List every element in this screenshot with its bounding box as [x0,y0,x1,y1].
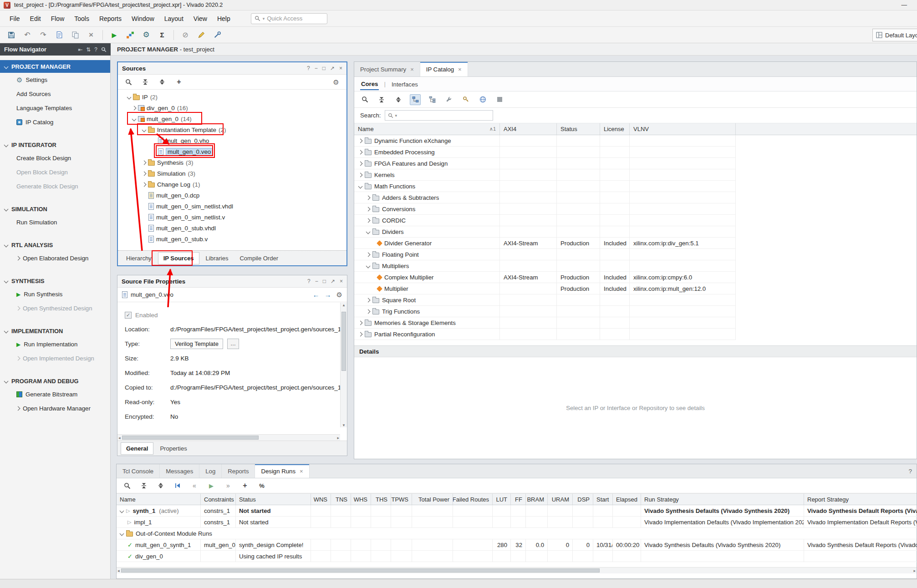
expander-icon[interactable] [142,127,147,132]
group-by-category-button[interactable] [410,94,421,105]
default-layout-dropdown[interactable]: Default Layout [872,29,917,41]
expander-icon[interactable] [358,332,363,336]
close-icon[interactable]: × [458,66,462,73]
flownav-item-generate-bitstream[interactable]: Generate Bitstream [0,387,110,401]
column-header-dsp[interactable]: DSP [573,494,593,505]
catalog-row-fpga-features-and-design[interactable]: FPGA Features and Design [354,158,917,169]
settings-button[interactable]: ⚙ [140,29,152,41]
sources-panel-titlebar[interactable]: Sources ? − □ ↗ × [118,62,346,75]
flownav-section-implementation[interactable]: IMPLEMENTATION [0,324,110,337]
tree-item-change-log[interactable]: Change Log(1) [118,179,346,190]
run-row-impl-1[interactable]: ▷impl_1constrs_1Not startedVivado Implem… [117,517,917,528]
run-row-out-of-context-module-runs[interactable]: Out-of-Context Module Runs [117,528,917,539]
forward-icon[interactable]: → [325,291,331,299]
catalog-row-dynamic-function-exchange[interactable]: Dynamic Function eXchange [354,135,917,147]
type-dropdown[interactable]: Verilog Template [170,339,223,349]
flownav-item-generate-block-design[interactable]: Generate Block Design [0,179,110,193]
section-expander-icon[interactable] [4,207,9,211]
flownav-item-add-sources[interactable]: Add Sources [0,87,110,101]
expander-icon[interactable] [366,309,371,314]
expand-collapse-icon[interactable]: ⇅ [86,46,91,53]
column-header-wns[interactable]: WNS [311,494,331,505]
expander-icon[interactable] [132,106,137,110]
tree-item-instantiation-template[interactable]: Instantiation Template(2) [118,124,346,135]
tree-item-mult-gen-0-stub-v[interactable]: mult_gen_0_stub.v [118,233,346,244]
flownav-item-open-implemented-design[interactable]: Open Implemented Design [0,351,110,365]
report-utilization-button[interactable]: Σ [156,29,168,41]
scrollbar-thumb[interactable] [122,436,259,440]
expander-icon[interactable] [120,508,124,513]
expander-icon[interactable] [142,182,147,187]
scroll-up-icon[interactable]: ▴ [343,303,345,307]
tree-item-mult-gen-0-dcp[interactable]: mult_gen_0.dcp [118,190,346,201]
float-icon[interactable]: ↗ [331,278,335,284]
catalog-row-multipliers[interactable]: Multipliers [354,260,917,272]
section-expander-icon[interactable] [4,243,9,247]
bottom-tab-log[interactable]: Log [199,464,222,478]
column-header-uram[interactable]: URAM [548,494,573,505]
sources-tab-libraries[interactable]: Libraries [201,253,234,264]
license-key-button[interactable] [460,94,471,105]
menu-item-file[interactable]: File [5,12,25,25]
sources-settings-button[interactable]: ⚙ [331,76,341,87]
window-minimize-icon[interactable]: — [902,2,907,8]
scroll-right-icon[interactable]: ▸ [913,568,916,573]
catalog-search-input[interactable]: ▾ [385,110,493,121]
enabled-checkbox[interactable]: ✓ [125,312,132,319]
sources-tab-hierarchy[interactable]: Hierarchy [121,253,157,264]
catalog-row-divider-generator[interactable]: Divider GeneratorAXI4-StreamProductionIn… [354,238,917,249]
expander-icon[interactable] [142,171,147,176]
bottom-tab-design-runs[interactable]: Design Runs× [255,464,309,478]
catalog-row-partial-reconfiguration[interactable]: Partial Reconfiguration [354,329,917,340]
details-section-header[interactable]: Details [354,345,917,357]
flownav-item-language-templates[interactable]: Language Templates [0,101,110,115]
expander-icon[interactable] [142,160,147,165]
percentage-button[interactable]: % [256,480,267,491]
search-button[interactable] [123,76,134,87]
search-button[interactable] [359,94,370,105]
section-expander-icon[interactable] [4,142,9,147]
column-header-report-strategy[interactable]: Report Strategy [804,494,917,505]
flownav-section-rtl-analysis[interactable]: RTL ANALYSIS [0,238,110,251]
run-row-synth-1[interactable]: ▷synth_1(active)constrs_1Not startedViva… [117,505,917,517]
section-expander-icon[interactable] [4,329,9,333]
bottom-tab-reports[interactable]: Reports [222,464,255,478]
expander-icon[interactable] [358,161,363,166]
flownav-item-create-block-design[interactable]: Create Block Design [0,151,110,165]
debug-probe-button[interactable] [211,29,223,41]
undo-button[interactable]: ↶ [21,29,33,41]
expander-icon[interactable] [366,218,371,223]
tree-item-div-gen-0[interactable]: div_gen_0(16) [118,102,346,113]
help-icon[interactable]: ? [307,65,310,71]
column-header-whs[interactable]: WHS [351,494,371,505]
expand-all-button[interactable] [157,76,168,87]
catalog-row-complex-multiplier[interactable]: Complex MultiplierAXI4-StreamProductionI… [354,272,917,283]
minimize-icon[interactable]: − [315,65,318,71]
column-header-failed-routes[interactable]: Failed Routes [453,494,493,505]
menu-item-layout[interactable]: Layout [159,12,188,25]
expander-icon[interactable] [366,195,371,200]
scroll-left-icon[interactable]: ◂ [118,436,121,440]
tree-item-mult-gen-0-stub-vhdl[interactable]: mult_gen_0_stub.vhdl [118,223,346,233]
expander-icon[interactable] [366,298,371,302]
float-icon[interactable]: ↗ [330,65,335,71]
catalog-row-embedded-processing[interactable]: Embedded Processing [354,147,917,158]
section-expander-icon[interactable] [4,279,9,283]
more-button[interactable]: … [227,339,239,349]
scrollbar-thumb[interactable] [121,568,600,573]
expander-icon[interactable] [366,229,371,234]
tree-item-mult-gen-0-veo[interactable]: mult_gen_0.veo [118,146,346,157]
catalog-row-dividers[interactable]: Dividers [354,226,917,238]
catalog-row-cordic[interactable]: CORDIC [354,215,917,226]
vertical-scrollbar[interactable]: ▴ ▾ [340,303,347,427]
run-row-div-gen-0[interactable]: ✓div_gen_0Using cached IP results [117,551,917,562]
tree-item-mult-gen-0[interactable]: mult_gen_0(14) [118,113,346,124]
tree-item-ip[interactable]: IP(2) [118,91,346,102]
column-header-vlnv[interactable]: VLNV [630,123,736,135]
catalog-row-multiplier[interactable]: MultiplierProductionIncludedxilinx.com:i… [354,283,917,294]
menu-item-help[interactable]: Help [212,12,235,25]
menu-item-flow[interactable]: Flow [46,12,70,25]
expander-icon[interactable] [366,264,371,268]
column-header-axi4[interactable]: AXI4 [500,123,557,135]
search-icon[interactable] [101,47,107,52]
